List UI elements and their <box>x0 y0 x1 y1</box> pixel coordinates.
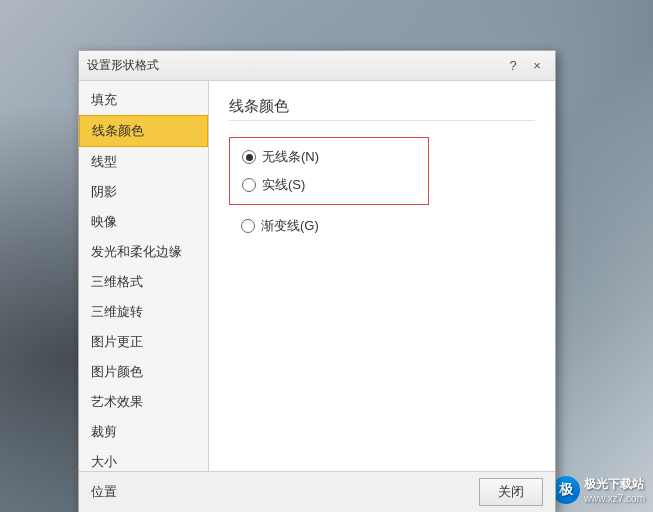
dialog-help-button[interactable]: ? <box>503 56 523 76</box>
sidebar-item-art-effect[interactable]: 艺术效果 <box>79 387 208 417</box>
no-line-label: 无线条(N) <box>262 148 319 166</box>
sidebar-item-3d-rotate[interactable]: 三维旋转 <box>79 297 208 327</box>
section-title: 线条颜色 <box>229 97 535 121</box>
sidebar-item-reflection[interactable]: 映像 <box>79 207 208 237</box>
footer-close-button[interactable]: 关闭 <box>479 478 543 506</box>
sidebar-item-line-color[interactable]: 线条颜色 <box>79 115 208 147</box>
dialog-close-button[interactable]: × <box>527 56 547 76</box>
solid-line-radio[interactable] <box>242 178 256 192</box>
dialog-titlebar: 设置形状格式 ? × <box>79 51 555 81</box>
dialog: 设置形状格式 ? × 填充线条颜色线型阴影映像发光和柔化边缘三维格式三维旋转图片… <box>78 50 556 512</box>
dialog-controls: ? × <box>503 56 547 76</box>
sidebar-item-picture-correct[interactable]: 图片更正 <box>79 327 208 357</box>
sidebar: 填充线条颜色线型阴影映像发光和柔化边缘三维格式三维旋转图片更正图片颜色艺术效果裁… <box>79 81 209 471</box>
gradient-line-label: 渐变线(G) <box>261 217 319 235</box>
gradient-line-option[interactable]: 渐变线(G) <box>229 217 535 235</box>
dialog-body: 填充线条颜色线型阴影映像发光和柔化边缘三维格式三维旋转图片更正图片颜色艺术效果裁… <box>79 81 555 471</box>
sidebar-item-textbox[interactable]: 文本框 <box>79 507 208 512</box>
watermark-text: 极光下载站 www.xz7.com <box>584 476 645 504</box>
sidebar-item-position[interactable]: 位置 <box>79 477 208 507</box>
watermark: 极 极光下载站 www.xz7.com <box>552 476 645 504</box>
sidebar-item-size[interactable]: 大小 <box>79 447 208 477</box>
no-line-option[interactable]: 无线条(N) <box>242 148 416 166</box>
sidebar-item-line-style[interactable]: 线型 <box>79 147 208 177</box>
solid-line-option[interactable]: 实线(S) <box>242 176 416 194</box>
no-line-radio[interactable] <box>242 150 256 164</box>
watermark-site-name: 极光下载站 <box>584 476 645 493</box>
main-content: 线条颜色 无线条(N) 实线(S) 渐变线(G) <box>209 81 555 471</box>
dialog-title: 设置形状格式 <box>87 57 159 74</box>
sidebar-item-fill[interactable]: 填充 <box>79 85 208 115</box>
line-color-options-group: 无线条(N) 实线(S) <box>229 137 429 205</box>
watermark-logo: 极 <box>552 476 580 504</box>
solid-line-label: 实线(S) <box>262 176 305 194</box>
sidebar-item-crop[interactable]: 裁剪 <box>79 417 208 447</box>
sidebar-item-picture-color[interactable]: 图片颜色 <box>79 357 208 387</box>
watermark-site-url: www.xz7.com <box>584 493 645 504</box>
sidebar-item-shadow[interactable]: 阴影 <box>79 177 208 207</box>
gradient-line-radio[interactable] <box>241 219 255 233</box>
sidebar-item-3d-format[interactable]: 三维格式 <box>79 267 208 297</box>
sidebar-item-glow-soft[interactable]: 发光和柔化边缘 <box>79 237 208 267</box>
